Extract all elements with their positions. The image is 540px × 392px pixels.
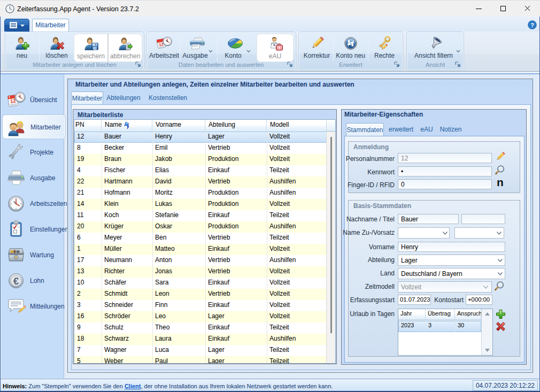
svg-text:€: € — [13, 275, 19, 287]
svg-text:?: ? — [530, 22, 534, 28]
